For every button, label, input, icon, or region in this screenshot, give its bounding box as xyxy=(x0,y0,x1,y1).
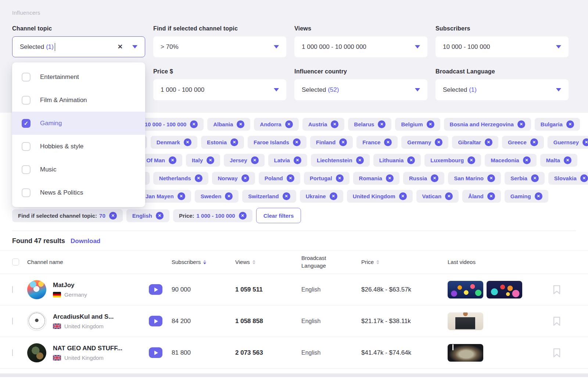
chip-remove-icon[interactable]: ✕ xyxy=(580,174,588,182)
option-checkbox[interactable] xyxy=(22,119,31,128)
select-all-checkbox[interactable] xyxy=(12,258,19,265)
dropdown-option[interactable]: Hobbies & style xyxy=(12,135,145,158)
subscribers-select[interactable]: 10 000 - 100 000 xyxy=(435,36,569,57)
channel-name[interactable]: MatJoy xyxy=(53,282,87,289)
chip-remove-icon[interactable]: ✕ xyxy=(237,120,244,128)
chip-remove-icon[interactable]: ✕ xyxy=(336,174,344,182)
channel-name[interactable]: NAT GEO AND STUFF... xyxy=(53,345,122,352)
chip-remove-icon[interactable]: ✕ xyxy=(331,120,338,128)
chip-remove-icon[interactable]: ✕ xyxy=(487,192,495,200)
chip-remove-icon[interactable]: ✕ xyxy=(283,192,290,200)
chip-remove-icon[interactable]: ✕ xyxy=(386,174,394,182)
chip-remove-icon[interactable]: ✕ xyxy=(230,138,238,146)
download-link[interactable]: Download xyxy=(71,238,100,245)
video-thumbnail[interactable] xyxy=(448,344,483,362)
channel-avatar[interactable] xyxy=(27,312,46,331)
chevron-down-icon[interactable] xyxy=(132,45,137,48)
row-checkbox[interactable] xyxy=(12,318,13,325)
dropdown-option[interactable]: News & Politics xyxy=(12,181,145,204)
subscribers-value: 84 200 xyxy=(172,318,235,325)
dropdown-option[interactable]: Film & Animation xyxy=(12,88,145,112)
influencer-country-value: Selected xyxy=(302,86,326,94)
video-thumbnail[interactable] xyxy=(487,281,522,298)
chip-remove-icon[interactable]: ✕ xyxy=(195,174,202,182)
header-broadcast-language: Broadcast Language xyxy=(301,254,342,269)
chip-remove-icon[interactable]: ✕ xyxy=(535,192,542,200)
channel-avatar[interactable] xyxy=(27,280,46,299)
chip-remove-icon[interactable]: ✕ xyxy=(239,212,247,220)
chip-remove-icon[interactable]: ✕ xyxy=(407,156,415,164)
chip-remove-icon[interactable]: ✕ xyxy=(517,120,525,128)
chip-remove-icon[interactable]: ✕ xyxy=(384,138,392,146)
table-header: Channel name Subscribers Views Broadcast… xyxy=(0,250,588,274)
bookmark-icon[interactable] xyxy=(553,285,576,294)
subscribers-label: Subscribers xyxy=(435,25,569,32)
chip-remove-icon[interactable]: ✕ xyxy=(431,174,438,182)
youtube-play-button[interactable] xyxy=(149,316,162,326)
clear-filters-button[interactable]: Clear filters xyxy=(256,208,301,223)
chip-remove-icon[interactable]: ✕ xyxy=(287,174,294,182)
youtube-play-button[interactable] xyxy=(149,347,162,358)
broadcast-language-select[interactable]: Selected (1) xyxy=(435,79,569,100)
row-checkbox[interactable] xyxy=(12,286,13,293)
bookmark-icon[interactable] xyxy=(553,316,576,326)
option-checkbox[interactable] xyxy=(22,165,31,174)
video-thumbnail[interactable] xyxy=(448,281,483,298)
channel-topic-select[interactable]: Selected (1) ✕ xyxy=(12,36,145,57)
chip-remove-icon[interactable]: ✕ xyxy=(487,174,495,182)
chip-remove-icon[interactable]: ✕ xyxy=(293,138,301,146)
video-thumbnail[interactable] xyxy=(448,312,483,330)
dropdown-option[interactable]: Entertainment xyxy=(12,65,145,88)
chip-remove-icon[interactable]: ✕ xyxy=(285,120,293,128)
chip-remove-icon[interactable]: ✕ xyxy=(225,192,233,200)
chip-remove-icon[interactable]: ✕ xyxy=(582,138,588,146)
chip-remove-icon[interactable]: ✕ xyxy=(530,138,538,146)
chip-remove-icon[interactable]: ✕ xyxy=(564,156,571,164)
chip-remove-icon[interactable]: ✕ xyxy=(178,192,185,200)
chip-remove-icon[interactable]: ✕ xyxy=(485,138,492,146)
chip-remove-icon[interactable]: ✕ xyxy=(190,120,198,128)
chip-remove-icon[interactable]: ✕ xyxy=(207,156,214,164)
chip-remove-icon[interactable]: ✕ xyxy=(435,138,442,146)
dropdown-option[interactable]: Gaming xyxy=(12,112,145,135)
chip-remove-icon[interactable]: ✕ xyxy=(531,174,539,182)
option-checkbox[interactable] xyxy=(22,188,31,197)
chip-remove-icon[interactable]: ✕ xyxy=(427,120,434,128)
price-select[interactable]: 1 000 - 100 000 xyxy=(153,79,286,100)
chip-remove-icon[interactable]: ✕ xyxy=(445,192,453,200)
find-topic-select[interactable]: > 70% xyxy=(153,36,286,57)
chip-remove-icon[interactable]: ✕ xyxy=(523,156,531,164)
chip-remove-icon[interactable]: ✕ xyxy=(399,192,407,200)
chip-remove-icon[interactable]: ✕ xyxy=(339,138,347,146)
chip-remove-icon[interactable]: ✕ xyxy=(184,138,191,146)
influencer-country-count: (52) xyxy=(328,86,339,94)
chip-remove-icon[interactable]: ✕ xyxy=(467,156,475,164)
bookmark-icon[interactable] xyxy=(553,348,576,358)
chip-remove-icon[interactable]: ✕ xyxy=(356,156,364,164)
channel-name[interactable]: ArcadiusKul and S... xyxy=(53,313,114,321)
chip-remove-icon[interactable]: ✕ xyxy=(251,156,259,164)
chip-remove-icon[interactable]: ✕ xyxy=(109,212,117,220)
option-checkbox[interactable] xyxy=(22,96,31,105)
chip-remove-icon[interactable]: ✕ xyxy=(169,156,176,164)
filter-chip: Åland ✕ xyxy=(462,190,501,203)
sort-subscribers[interactable] xyxy=(203,260,206,264)
chip-remove-icon[interactable]: ✕ xyxy=(241,174,249,182)
chip-remove-icon[interactable]: ✕ xyxy=(156,212,164,220)
views-select[interactable]: 1 000 000 - 10 000 000 xyxy=(294,36,427,57)
chip-remove-icon[interactable]: ✕ xyxy=(294,156,301,164)
sort-price[interactable] xyxy=(376,260,379,264)
chip-remove-icon[interactable]: ✕ xyxy=(378,120,386,128)
horizontal-scrollbar-track[interactable] xyxy=(0,373,588,377)
influencer-country-select[interactable]: Selected (52) xyxy=(294,79,427,100)
row-checkbox[interactable] xyxy=(12,349,13,356)
option-checkbox[interactable] xyxy=(22,73,31,82)
dropdown-option[interactable]: Music xyxy=(12,158,145,181)
youtube-play-button[interactable] xyxy=(149,284,162,295)
chip-remove-icon[interactable]: ✕ xyxy=(330,192,337,200)
option-checkbox[interactable] xyxy=(22,142,31,151)
sort-views[interactable] xyxy=(252,260,255,264)
clear-selection-icon[interactable]: ✕ xyxy=(118,43,123,51)
channel-avatar[interactable] xyxy=(27,343,46,362)
chip-remove-icon[interactable]: ✕ xyxy=(566,120,574,128)
